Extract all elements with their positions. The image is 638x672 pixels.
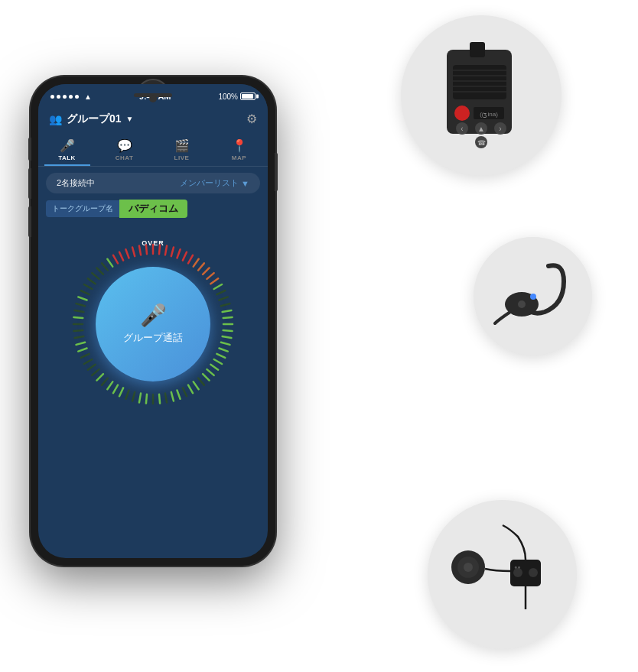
app-header: 👥 グループ01 ▼ ⚙	[38, 106, 268, 132]
svg-line-50	[78, 348, 86, 351]
video-tab-icon: 🎬	[174, 138, 190, 153]
connection-bar: 2名接続中 メンバーリスト ▼	[46, 173, 260, 193]
svg-line-4	[177, 249, 180, 258]
svg-line-61	[88, 278, 96, 284]
svg-line-30	[188, 385, 193, 392]
svg-line-14	[219, 297, 227, 300]
svg-line-60	[84, 284, 92, 289]
signal-dot	[75, 95, 79, 99]
phone-mockup: ▲ 9:41 AM 100% 👥 グループ01 ▼ ⚙	[31, 15, 275, 657]
signal-dots: ▲	[50, 93, 92, 101]
svg-line-70	[139, 245, 141, 255]
svg-line-53	[73, 330, 83, 331]
svg-line-35	[159, 394, 160, 403]
svg-line-5	[183, 252, 187, 260]
svg-line-15	[221, 304, 230, 306]
svg-point-80	[454, 106, 470, 121]
wired-earpiece-circle: ●●	[428, 500, 577, 649]
svg-line-43	[107, 381, 112, 389]
svg-line-26	[207, 369, 213, 375]
radio-circle: ((ʒina) ‹ ▲ › ☎	[401, 15, 562, 176]
svg-line-1	[159, 245, 160, 254]
svg-line-65	[107, 258, 112, 266]
battery-icon	[240, 93, 256, 100]
svg-point-99	[529, 568, 538, 577]
svg-point-92	[518, 300, 526, 308]
talkgroup-name: バディコム	[119, 200, 187, 218]
svg-line-48	[84, 359, 92, 364]
svg-line-56	[75, 310, 84, 311]
ptt-button[interactable]: 🎤 グループ通話	[96, 267, 210, 381]
power-button	[275, 153, 278, 191]
svg-text:‹: ‹	[461, 125, 463, 133]
tab-bar: 🎤 TALK 💬 CHAT 🎬 LIVE 📍 MAP	[38, 132, 268, 167]
svg-line-22	[219, 348, 227, 351]
svg-line-6	[188, 255, 193, 262]
signal-dot	[57, 95, 60, 99]
svg-line-23	[216, 353, 225, 357]
svg-line-46	[92, 369, 99, 375]
ptt-area: OVER	[38, 222, 268, 421]
svg-line-39	[132, 391, 135, 401]
chevron-down-icon: ▼	[126, 115, 134, 123]
wifi-icon: ▲	[84, 93, 92, 101]
volume-down-button	[28, 206, 31, 237]
svg-line-66	[113, 255, 118, 262]
member-list-label: メンバーリスト	[180, 177, 239, 189]
svg-line-16	[223, 310, 232, 311]
svg-line-33	[171, 391, 174, 401]
svg-line-29	[194, 381, 199, 389]
svg-line-8	[198, 263, 204, 270]
svg-text:●●: ●●	[514, 564, 520, 570]
tab-live-label: LIVE	[174, 154, 190, 161]
tab-map[interactable]: 📍 MAP	[210, 132, 268, 166]
svg-line-17	[223, 317, 233, 317]
svg-line-32	[177, 390, 180, 398]
svg-line-21	[221, 342, 230, 344]
svg-line-69	[132, 247, 135, 256]
svg-line-41	[119, 388, 123, 396]
tab-live[interactable]: 🎬 LIVE	[153, 132, 210, 166]
microphone-icon: 🎤	[140, 303, 167, 328]
settings-icon[interactable]: ⚙	[246, 112, 257, 126]
svg-line-52	[75, 336, 84, 337]
svg-line-10	[207, 273, 213, 279]
svg-line-42	[113, 385, 118, 392]
group-selector[interactable]: 👥 グループ01 ▼	[49, 112, 133, 126]
svg-line-20	[223, 336, 232, 337]
svg-text:›: ›	[499, 125, 501, 133]
talkgroup-row: トークグループ名 バディコム	[46, 200, 260, 218]
group-name: グループ01	[67, 112, 122, 126]
tab-chat[interactable]: 💬 CHAT	[96, 132, 153, 166]
tab-chat-label: CHAT	[116, 154, 134, 161]
svg-line-51	[76, 342, 86, 344]
signal-dot	[69, 95, 73, 99]
connection-status: 2名接続中	[57, 177, 95, 189]
svg-text:((ʒina): ((ʒina)	[480, 111, 498, 118]
member-list-button[interactable]: メンバーリスト ▼	[180, 177, 249, 189]
svg-line-25	[210, 364, 218, 369]
mic-tab-icon: 🎤	[60, 138, 75, 153]
earpiece-circle	[474, 237, 592, 355]
svg-line-3	[171, 247, 174, 256]
svg-point-93	[530, 294, 536, 300]
phone-screen: ▲ 9:41 AM 100% 👥 グループ01 ▼ ⚙	[38, 84, 268, 558]
svg-line-55	[73, 317, 83, 317]
tab-talk-label: TALK	[58, 154, 76, 161]
svg-line-27	[203, 374, 209, 380]
svg-line-2	[165, 245, 167, 255]
battery-area: 100%	[218, 93, 256, 101]
svg-line-12	[214, 284, 222, 289]
svg-line-62	[92, 273, 99, 279]
people-icon: 👥	[49, 113, 62, 125]
tab-talk[interactable]: 🎤 TALK	[38, 132, 96, 166]
svg-point-96	[464, 563, 473, 572]
svg-line-34	[165, 393, 167, 402]
svg-line-11	[210, 278, 218, 284]
svg-text:☎: ☎	[477, 139, 486, 147]
svg-line-63	[96, 268, 103, 274]
chat-tab-icon: 💬	[117, 138, 132, 153]
svg-line-28	[198, 378, 204, 385]
svg-line-44	[102, 378, 108, 385]
earpiece-svg	[487, 258, 579, 335]
